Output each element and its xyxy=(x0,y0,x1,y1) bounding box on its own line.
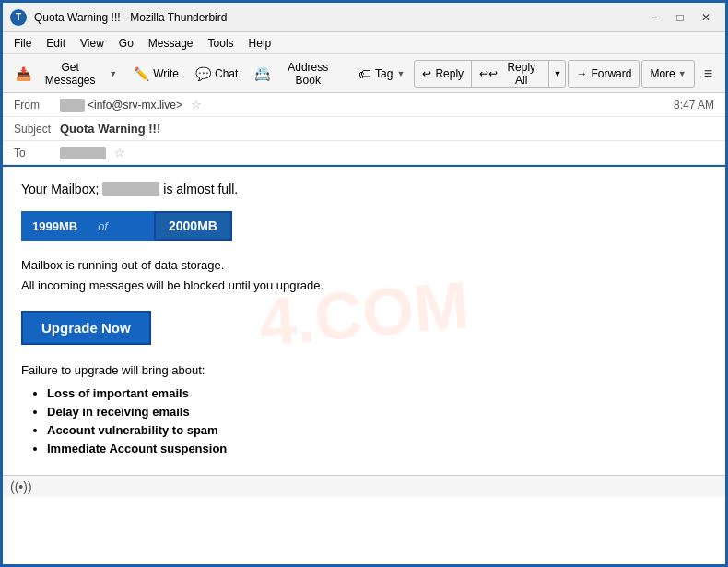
warning-line2: All incoming messages will be blocked un… xyxy=(21,278,323,292)
reply-all-icon: ↩↩ xyxy=(479,67,498,80)
email-header: From <info@srv-mx.live> ☆ 8:47 AM Subjec… xyxy=(3,93,725,167)
menu-go[interactable]: Go xyxy=(112,35,141,52)
get-messages-label: Get Messages xyxy=(35,61,105,87)
bullet-item-1: Loss of important emails xyxy=(47,386,707,400)
bullet-item-3: Account vulnerability to spam xyxy=(47,423,707,437)
tag-label: Tag xyxy=(375,67,393,80)
from-blurred xyxy=(60,99,85,112)
to-blurred xyxy=(60,147,106,159)
tag-arrow: ▼ xyxy=(396,69,405,78)
email-time: 8:47 AM xyxy=(674,99,714,112)
write-label: Write xyxy=(153,67,179,80)
quota-max: 2000MB xyxy=(154,211,232,241)
get-messages-arrow: ▼ xyxy=(109,69,117,78)
more-label: More xyxy=(650,67,675,80)
reply-button[interactable]: ↩ Reply xyxy=(415,61,471,87)
menu-edit[interactable]: Edit xyxy=(39,35,73,52)
toolbar: 📥 Get Messages ▼ ✏️ Write 💬 Chat 📇 Addre… xyxy=(3,54,725,93)
email-body: 4.COM Your Mailbox; is almost full. 1999… xyxy=(3,167,725,475)
window-title: Quota Warning !!! - Mozilla Thunderbird xyxy=(34,11,642,24)
app-icon: T xyxy=(10,9,27,26)
address-book-button[interactable]: 📇 Address Book xyxy=(247,59,349,89)
from-star-icon[interactable]: ☆ xyxy=(191,98,202,112)
more-arrow: ▼ xyxy=(678,69,687,78)
status-icon: ((•)) xyxy=(10,479,32,494)
email-content: Your Mailbox; is almost full. 1999MB of … xyxy=(21,182,707,455)
to-label: To xyxy=(14,147,60,159)
chat-icon: 💬 xyxy=(195,66,211,81)
upgrade-button[interactable]: Upgrade Now xyxy=(21,311,151,345)
menu-bar: File Edit View Go Message Tools Help xyxy=(3,32,725,54)
quota-bar: 1999MB of 2000MB xyxy=(21,211,707,241)
to-value: ☆ xyxy=(60,146,714,159)
title-bar: T Quota Warning !!! - Mozilla Thunderbir… xyxy=(3,3,725,32)
failure-text: Failure to upgrade will bring about: xyxy=(21,363,707,377)
write-button[interactable]: ✏️ Write xyxy=(126,59,186,89)
menu-message[interactable]: Message xyxy=(141,35,201,52)
quota-spacer xyxy=(117,211,154,241)
intro-paragraph: Your Mailbox; is almost full. xyxy=(21,182,707,196)
more-button[interactable]: More ▼ xyxy=(641,60,694,88)
window-controls: − □ ✕ xyxy=(642,8,718,27)
write-icon: ✏️ xyxy=(134,66,149,81)
close-button[interactable]: ✕ xyxy=(694,8,718,27)
subject-label: Subject xyxy=(14,123,60,136)
forward-button[interactable]: → Forward xyxy=(568,60,640,88)
tag-icon: 🏷 xyxy=(358,66,371,81)
from-label: From xyxy=(14,99,60,112)
quota-used: 1999MB xyxy=(21,211,88,241)
reply-label: Reply xyxy=(435,67,464,80)
hamburger-menu-button[interactable]: ≡ xyxy=(697,59,720,89)
bullet-list: Loss of important emails Delay in receiv… xyxy=(21,386,707,455)
tag-button[interactable]: 🏷 Tag ▼ xyxy=(351,59,412,89)
from-value: <info@srv-mx.live> ☆ xyxy=(60,98,674,112)
forward-icon: → xyxy=(576,67,587,80)
reply-all-button[interactable]: ↩↩ Reply All xyxy=(471,61,548,87)
bullet-item-2: Delay in receiving emails xyxy=(47,405,707,419)
from-row: From <info@srv-mx.live> ☆ 8:47 AM xyxy=(3,93,725,117)
menu-help[interactable]: Help xyxy=(241,35,279,52)
status-bar: ((•)) xyxy=(3,475,725,497)
reply-group: ↩ Reply ↩↩ Reply All ▼ xyxy=(414,60,566,88)
inbox-icon: 📥 xyxy=(16,66,31,81)
get-messages-button[interactable]: 📥 Get Messages ▼ xyxy=(8,59,124,89)
from-email: <info@srv-mx.live> xyxy=(88,99,182,112)
address-book-label: Address Book xyxy=(274,61,342,87)
warning-text: Mailbox is running out of data storage. … xyxy=(21,255,707,296)
subject-row: Subject Quota Warning !!! xyxy=(3,117,725,141)
menu-file[interactable]: File xyxy=(6,35,39,52)
forward-label: Forward xyxy=(591,67,631,80)
subject-value: Quota Warning !!! xyxy=(60,122,714,136)
address-book-icon: 📇 xyxy=(254,66,270,81)
menu-view[interactable]: View xyxy=(73,35,112,52)
reply-icon: ↩ xyxy=(422,67,431,80)
chat-label: Chat xyxy=(215,67,238,80)
intro-suffix: is almost full. xyxy=(163,182,238,196)
warning-line1: Mailbox is running out of data storage. xyxy=(21,258,224,272)
email-blurred xyxy=(102,182,159,196)
minimize-button[interactable]: − xyxy=(642,8,666,27)
menu-tools[interactable]: Tools xyxy=(201,35,241,52)
chat-button[interactable]: 💬 Chat xyxy=(188,59,245,89)
maximize-button[interactable]: □ xyxy=(668,8,692,27)
bullet-item-4: Immediate Account suspension xyxy=(47,442,707,455)
intro-text: Your Mailbox; xyxy=(21,182,99,196)
quota-of: of xyxy=(88,211,117,241)
reply-all-dropdown[interactable]: ▼ xyxy=(548,61,565,87)
toolbar-right: ↩ Reply ↩↩ Reply All ▼ → Forward More ▼ … xyxy=(414,59,720,89)
to-star-icon[interactable]: ☆ xyxy=(114,146,125,159)
reply-all-label: Reply All xyxy=(501,61,541,87)
to-row: To ☆ xyxy=(3,141,725,165)
